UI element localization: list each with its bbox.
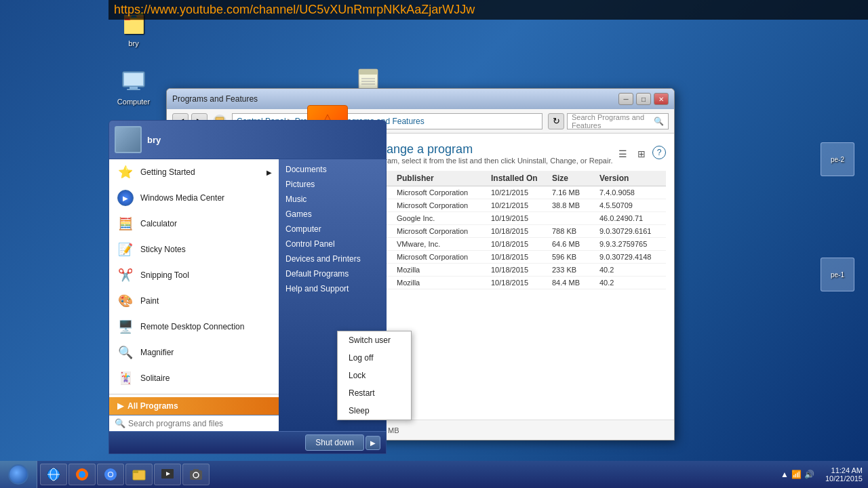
desktop-icon-bry-label: bry xyxy=(128,39,138,47)
snipping-tool-label: Snipping Tool xyxy=(140,270,189,280)
cp-refresh-button[interactable]: ↻ xyxy=(548,113,564,129)
sm-item-getting-started[interactable]: ⭐ Getting Started ▶ xyxy=(109,159,279,185)
sm-item-paint[interactable]: 🎨 Paint xyxy=(109,288,279,314)
cp-window-controls: ─ □ ✕ xyxy=(618,93,669,105)
sm-right-music[interactable]: Music xyxy=(279,192,386,207)
svg-rect-5 xyxy=(359,69,378,75)
all-programs-button[interactable]: ▶ All Programs xyxy=(109,397,279,415)
all-programs-icon: ▶ xyxy=(117,401,123,411)
user-avatar xyxy=(115,126,142,153)
taskbar-ie[interactable] xyxy=(40,464,67,485)
taskbar-media[interactable] xyxy=(154,464,181,485)
taskbar-firefox[interactable] xyxy=(68,464,96,485)
cp-search-input[interactable]: Search Programs and Features 🔍 xyxy=(567,113,669,129)
url-bar: https://www.youtube.com/channel/UC5vXUnR… xyxy=(108,0,868,20)
getting-started-arrow: ▶ xyxy=(267,169,272,176)
magnifier-label: Magnifier xyxy=(140,348,174,357)
remote-desktop-icon: 🖥️ xyxy=(116,317,135,336)
desktop-icon-right-pe1[interactable]: pe-1 xyxy=(821,258,854,291)
cp-close-button[interactable]: ✕ xyxy=(654,93,669,105)
shutdown-arrow-button[interactable]: ▶ xyxy=(366,436,380,450)
taskbar-items xyxy=(37,464,775,485)
snipping-tool-icon: ✂️ xyxy=(116,266,135,285)
getting-started-label: Getting Started xyxy=(140,167,195,177)
cp-list-view-button[interactable]: ☰ xyxy=(614,146,631,162)
desktop-icon-computer[interactable]: Computer xyxy=(110,68,157,106)
svg-rect-3 xyxy=(127,89,140,90)
svg-rect-2 xyxy=(130,87,138,89)
start-menu-header: bry xyxy=(109,121,386,159)
svg-point-18 xyxy=(79,471,85,478)
popup-item-restart[interactable]: Restart xyxy=(338,384,411,402)
paint-icon: 🎨 xyxy=(116,291,135,310)
sm-right-control-panel[interactable]: Control Panel xyxy=(279,237,386,251)
cp-titlebar: Programs and Features ─ □ ✕ xyxy=(167,89,674,109)
cp-grid-view-button[interactable]: ⊞ xyxy=(633,146,650,162)
magnifier-icon: 🔍 xyxy=(116,343,135,362)
cp-maximize-button[interactable]: □ xyxy=(636,93,651,105)
popup-item-lock[interactable]: Lock xyxy=(338,367,411,384)
svg-point-21 xyxy=(108,472,113,476)
remote-desktop-label: Remote Desktop Connection xyxy=(140,322,244,331)
search-placeholder: Search Programs and Features xyxy=(572,113,654,129)
sm-item-solitaire[interactable]: 🃏 Solitaire xyxy=(109,365,279,391)
tray-volume-icon: 🔊 xyxy=(804,470,814,479)
start-search-input[interactable] xyxy=(128,419,273,428)
tray-network-icon: 📶 xyxy=(791,470,802,479)
desktop: https://www.youtube.com/channel/UC5vXUnR… xyxy=(0,0,868,488)
sm-item-windows-media-center[interactable]: ▶ Windows Media Center xyxy=(109,185,279,211)
calculator-label: Calculator xyxy=(140,219,177,228)
tray-icon-1: ▲ xyxy=(781,470,789,479)
shutdown-label: Shut down xyxy=(315,438,354,447)
all-programs-label: All Programs xyxy=(127,401,178,411)
sm-right-help[interactable]: Help and Support xyxy=(279,281,386,296)
username-label: bry xyxy=(147,135,161,145)
sm-item-calculator[interactable]: 🧮 Calculator xyxy=(109,211,279,237)
svg-rect-26 xyxy=(190,470,202,480)
sm-right-devices[interactable]: Devices and Printers xyxy=(279,251,386,266)
taskbar-camera[interactable] xyxy=(182,464,210,485)
clock-time: 11:24 AM xyxy=(825,466,863,474)
url-text: https://www.youtube.com/channel/UC5vXUnR… xyxy=(114,3,475,16)
svg-rect-28 xyxy=(193,469,199,471)
start-search-bar[interactable]: 🔍 xyxy=(109,415,279,431)
shutdown-popup-menu: Switch user Log off Lock Restart Sleep xyxy=(337,331,412,420)
desktop-icon-right-pe2[interactable]: pe-2 xyxy=(821,142,854,176)
taskbar-chrome[interactable] xyxy=(97,464,124,485)
sm-right-default-programs[interactable]: Default Programs xyxy=(279,266,386,281)
solitaire-icon: 🃏 xyxy=(116,369,135,388)
sm-right-pictures[interactable]: Pictures xyxy=(279,177,386,192)
windows-media-center-label: Windows Media Center xyxy=(140,193,224,203)
sm-item-magnifier[interactable]: 🔍 Magnifier xyxy=(109,340,279,365)
popup-item-sleep[interactable]: Sleep xyxy=(338,402,411,420)
svg-rect-23 xyxy=(133,470,138,473)
sm-right-games[interactable]: Games xyxy=(279,207,386,222)
col-header-date: Installed On xyxy=(491,174,552,183)
paint-label: Paint xyxy=(140,296,159,306)
shutdown-row: Shut down ▶ xyxy=(109,431,386,453)
col-header-size: Size xyxy=(552,174,599,183)
taskbar-clock: 11:24 AM 10/21/2015 xyxy=(820,466,868,483)
start-button[interactable] xyxy=(0,461,37,488)
taskbar: ▲ 📶 🔊 11:24 AM 10/21/2015 xyxy=(0,461,868,488)
start-orb xyxy=(8,464,28,485)
col-header-publisher: Publisher xyxy=(397,174,491,183)
taskbar-system-tray: ▲ 📶 🔊 xyxy=(775,470,820,479)
taskbar-explorer[interactable] xyxy=(125,464,153,485)
sm-item-snipping-tool[interactable]: ✂️ Snipping Tool xyxy=(109,262,279,288)
cp-minimize-button[interactable]: ─ xyxy=(618,93,633,105)
getting-started-icon: ⭐ xyxy=(116,163,135,182)
shutdown-button[interactable]: Shut down xyxy=(305,434,364,451)
sm-item-sticky-notes[interactable]: 📝 Sticky Notes xyxy=(109,237,279,262)
calculator-icon: 🧮 xyxy=(116,214,135,233)
cp-view-icons: ☰ ⊞ ? xyxy=(614,146,666,162)
windows-media-center-icon: ▶ xyxy=(116,188,135,207)
cp-help-button[interactable]: ? xyxy=(652,146,666,159)
popup-item-switch-user[interactable]: Switch user xyxy=(338,331,411,349)
search-glass-icon: 🔍 xyxy=(115,418,125,428)
popup-item-log-off[interactable]: Log off xyxy=(338,349,411,367)
start-menu-left-panel: ⭐ Getting Started ▶ ▶ Windows Media Cent… xyxy=(109,159,279,431)
sm-item-remote-desktop[interactable]: 🖥️ Remote Desktop Connection xyxy=(109,314,279,340)
sm-right-computer[interactable]: Computer xyxy=(279,222,386,237)
sm-right-documents[interactable]: Documents xyxy=(279,162,386,177)
